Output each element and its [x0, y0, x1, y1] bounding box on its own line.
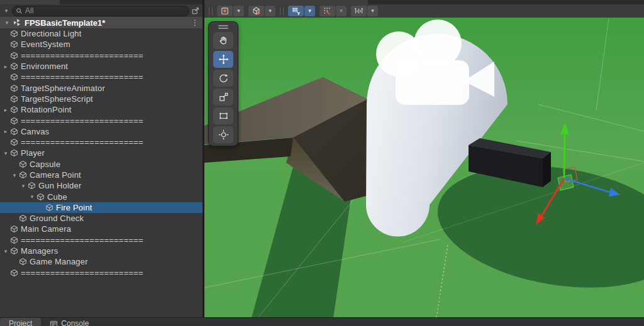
caret-closed-icon[interactable]: ▸ — [1, 128, 10, 134]
scene-collapse-icon[interactable]: ▾ — [3, 19, 11, 26]
hierarchy-item[interactable]: ▾ Gun Holder — [0, 180, 203, 191]
cube-icon — [10, 106, 18, 114]
rect-tool[interactable] — [213, 107, 233, 124]
hierarchy-item[interactable]: ▾ Cube — [0, 191, 203, 202]
grid-snap-dropdown[interactable]: ▾ — [336, 6, 347, 16]
tab-console[interactable]: Console — [41, 318, 97, 326]
cube-icon — [10, 236, 18, 244]
hierarchy-item-label: Canvas — [21, 127, 49, 136]
caret-closed-icon[interactable]: ▸ — [1, 107, 10, 113]
move-tool[interactable] — [213, 51, 233, 68]
hierarchy-search-row: ▾ — [0, 4, 203, 17]
scene-toolbar: ▾ ▾ — [204, 4, 644, 18]
hierarchy-tab-stub[interactable] — [0, 0, 60, 4]
cube-icon — [10, 40, 18, 48]
hierarchy-item[interactable]: ▸ Canvas — [0, 126, 203, 137]
console-icon — [50, 320, 58, 326]
cube-icon — [45, 204, 53, 212]
caret-open-icon[interactable]: ▾ — [28, 193, 36, 200]
cube-icon — [10, 149, 18, 157]
hierarchy-separator[interactable]: ========================= — [0, 50, 203, 61]
hierarchy-item[interactable]: ▸ RotationPoint — [0, 104, 203, 115]
search-scope-caret-icon[interactable]: ▾ — [3, 8, 10, 14]
hierarchy-item[interactable]: TargetSphereScript — [0, 94, 203, 104]
hierarchy-item-label: Camera Point — [30, 170, 81, 180]
hand-tool[interactable] — [213, 32, 233, 49]
orientation-dropdown[interactable]: ▾ — [265, 6, 275, 16]
hierarchy-item-label: EventSystem — [21, 40, 70, 49]
hierarchy-item[interactable]: EventSystem — [0, 39, 203, 50]
hierarchy-item[interactable]: ▾ Camera Point — [0, 170, 203, 180]
hierarchy-separator[interactable]: ========================= — [0, 268, 203, 278]
scene-3d-render[interactable] — [204, 18, 644, 317]
toolbar-drag-handle-2[interactable] — [280, 7, 284, 16]
cube-icon — [10, 269, 18, 277]
hierarchy-item-label: Game Manager — [30, 257, 88, 266]
rotate-tool[interactable] — [213, 70, 233, 87]
scene-viewport[interactable] — [204, 18, 644, 317]
scene-tab-stub[interactable] — [204, 0, 368, 4]
hierarchy-item[interactable]: ▸ Environment — [0, 61, 203, 72]
search-icon — [16, 8, 23, 14]
scene-header[interactable]: ▾ FPSBasicTemplate1* ⋮ — [0, 17, 203, 28]
cube-icon — [10, 128, 18, 136]
hierarchy-item-label: Capsule — [30, 160, 60, 169]
scene-view-panel: ▾ ▾ — [204, 0, 644, 317]
hierarchy-item-label: Gun Holder — [38, 181, 81, 190]
caret-open-icon[interactable]: ▾ — [10, 172, 19, 178]
pivot-center-icon[interactable] — [217, 6, 233, 16]
orientation-cube-icon[interactable] — [248, 6, 264, 16]
hierarchy-item[interactable]: Main Camera — [0, 224, 203, 234]
hierarchy-separator[interactable]: ========================= — [0, 235, 203, 246]
hierarchy-item[interactable]: ▾ Managers — [0, 246, 203, 256]
caret-open-icon[interactable]: ▾ — [19, 183, 28, 189]
search-field[interactable] — [12, 6, 189, 16]
hierarchy-item-label: Environment — [21, 62, 68, 71]
hierarchy-item[interactable]: Capsule — [0, 159, 203, 170]
unity-editor-window: ▾ ▾ — [0, 0, 644, 326]
hierarchy-item-label: ========================= — [21, 72, 143, 82]
hierarchy-item[interactable]: Directional Light — [0, 28, 203, 39]
hierarchy-item[interactable]: ▾ Player — [0, 148, 203, 158]
cube-icon — [10, 225, 18, 233]
search-input[interactable] — [25, 6, 186, 15]
hierarchy-item[interactable]: TargetSphereAnimator — [0, 82, 203, 93]
scale-tool[interactable] — [213, 89, 233, 106]
axis-y-arrow[interactable] — [564, 133, 565, 178]
tool-palette — [208, 21, 238, 146]
hierarchy-item-label: Directional Light — [21, 29, 82, 38]
hierarchy-item[interactable]: Fire Point — [0, 202, 203, 213]
hierarchy-item[interactable]: Game Manager — [0, 256, 203, 267]
palette-drag-handle[interactable] — [211, 23, 236, 30]
cube-icon — [10, 62, 18, 70]
cube-icon — [10, 52, 18, 60]
hierarchy-separator[interactable]: ========================= — [0, 115, 203, 126]
cube-icon — [10, 247, 18, 255]
scene-tabstrip — [204, 0, 644, 4]
hierarchy-item-label: ========================= — [21, 116, 143, 126]
grid-snap-icon[interactable] — [319, 6, 335, 16]
hierarchy-item-label: ========================= — [21, 268, 143, 278]
pivot-dropdown[interactable]: ▾ — [233, 6, 244, 16]
hierarchy-separator[interactable]: ========================= — [0, 72, 203, 82]
caret-open-icon[interactable]: ▾ — [1, 150, 10, 156]
cube-icon — [19, 214, 27, 222]
grid-visibility-y-icon[interactable]: Y — [288, 6, 304, 16]
kebab-menu-icon[interactable]: ⋮ — [191, 18, 199, 27]
snap-increment-icon[interactable] — [351, 6, 367, 16]
tab-project[interactable]: Project — [0, 318, 41, 326]
snap-increment-dropdown[interactable]: ▾ — [367, 6, 378, 16]
hierarchy-item-label: TargetSphereScript — [21, 94, 93, 104]
caret-open-icon[interactable]: ▾ — [1, 248, 10, 254]
hierarchy-item[interactable]: Ground Check — [0, 213, 203, 224]
toolbar-drag-handle[interactable] — [209, 7, 213, 16]
transform-tool[interactable] — [213, 126, 233, 143]
cube-icon — [10, 138, 18, 146]
open-search-window-icon[interactable] — [191, 6, 200, 15]
hierarchy-separator[interactable]: ========================= — [0, 137, 203, 148]
grid-visibility-dropdown[interactable]: ▾ — [304, 6, 315, 16]
hierarchy-panel: ▾ ▾ — [0, 0, 203, 317]
caret-closed-icon[interactable]: ▸ — [1, 63, 10, 70]
gizmo-plane-handle-y[interactable] — [558, 175, 574, 190]
hierarchy-item-label: Player — [21, 148, 45, 158]
